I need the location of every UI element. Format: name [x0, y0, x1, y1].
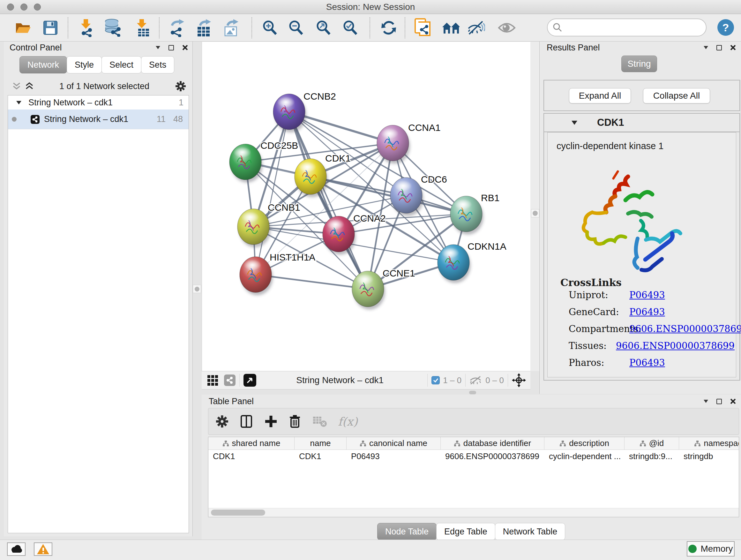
- column-header--id[interactable]: @id: [624, 437, 679, 449]
- table-cell[interactable]: stringdb: [679, 450, 739, 462]
- node-RB1[interactable]: RB1: [450, 192, 499, 235]
- zoom-selected-icon[interactable]: [341, 18, 359, 37]
- left-splitter-handle[interactable]: [193, 285, 201, 293]
- help-button[interactable]: ?: [718, 19, 734, 36]
- collapse-all-chevron-icon[interactable]: [12, 82, 21, 91]
- grid-view-icon[interactable]: [207, 374, 219, 387]
- import-table-file-icon[interactable]: [133, 18, 151, 37]
- crosslink-value-link[interactable]: 9606.ENSP00000378699: [629, 323, 741, 341]
- network-canvas[interactable]: CCNB2CCNA1CDC25BCDK1CDC6RB1CCNB1CCNA2CDK…: [202, 42, 530, 371]
- expand-all-button[interactable]: Expand All: [569, 88, 631, 104]
- selected-checkbox-icon[interactable]: [431, 376, 440, 384]
- collapse-panel-icon[interactable]: [704, 400, 708, 403]
- column-header-shared-name[interactable]: shared name: [208, 437, 294, 449]
- tab-style[interactable]: Style: [67, 56, 102, 73]
- close-window-button[interactable]: [7, 3, 14, 10]
- network-collection-row[interactable]: String Network – cdk1 1: [8, 96, 189, 110]
- tab-string[interactable]: String: [621, 56, 657, 72]
- pan-crosshair-icon[interactable]: [512, 373, 526, 387]
- new-network-from-selection-icon[interactable]: [414, 18, 431, 37]
- table-cell[interactable]: CDK1: [294, 450, 347, 462]
- node-CCNE1[interactable]: CCNE1: [352, 268, 415, 310]
- zoom-in-icon[interactable]: [261, 18, 279, 37]
- table-body: CDK1CDK1P064939606.ENSP00000378699cyclin…: [208, 450, 739, 462]
- memory-button[interactable]: Memory: [687, 541, 735, 557]
- float-panel-icon[interactable]: [717, 399, 722, 404]
- export-table-icon[interactable]: [195, 18, 212, 37]
- vertical-splitter-handle[interactable]: [531, 209, 539, 217]
- table-cell[interactable]: P06493: [347, 450, 441, 462]
- delete-trash-icon[interactable]: [289, 415, 301, 428]
- export-image-icon[interactable]: [222, 18, 240, 37]
- column-header-namespace[interactable]: namespace: [679, 437, 739, 449]
- tab-network-table[interactable]: Network Table: [495, 523, 565, 540]
- export-network-icon[interactable]: [167, 18, 185, 37]
- zoom-fit-content-icon[interactable]: [315, 18, 333, 37]
- column-header-description[interactable]: description: [544, 437, 624, 449]
- close-panel-icon[interactable]: [730, 45, 736, 51]
- first-neighbors-icon[interactable]: [442, 18, 460, 37]
- column-header-canonical-name[interactable]: canonical name: [347, 437, 441, 449]
- column-network-icon: [360, 440, 366, 447]
- tab-network[interactable]: Network: [19, 56, 67, 73]
- result-entry-header[interactable]: CDK1: [544, 114, 739, 132]
- search-input[interactable]: [562, 23, 699, 33]
- column-header-database-identifier[interactable]: database identifier: [441, 437, 544, 449]
- crosslink-value-link[interactable]: 9606.ENSP00000378699: [616, 340, 735, 358]
- vertical-splitter[interactable]: [530, 42, 540, 371]
- delete-table-icon[interactable]: [313, 415, 327, 428]
- collapse-panel-icon[interactable]: [156, 46, 160, 49]
- hidden-eye-icon[interactable]: [469, 375, 482, 385]
- table-row[interactable]: CDK1CDK1P064939606.ENSP00000378699cyclin…: [208, 450, 739, 462]
- collapse-panel-icon[interactable]: [704, 46, 708, 49]
- close-panel-icon[interactable]: [730, 398, 736, 404]
- maximize-window-button[interactable]: [34, 3, 41, 10]
- tab-select[interactable]: Select: [102, 56, 141, 73]
- collection-expand-icon[interactable]: [16, 101, 21, 105]
- scrollbar-thumb[interactable]: [211, 509, 265, 516]
- import-network-database-icon[interactable]: [105, 18, 123, 37]
- node-HIST1H1A[interactable]: HIST1H1A: [240, 252, 315, 295]
- close-panel-icon[interactable]: [182, 45, 188, 51]
- table-horizontal-scrollbar[interactable]: [208, 508, 739, 517]
- network-share-view-icon[interactable]: [224, 374, 235, 386]
- table-cell[interactable]: cyclin-dependent ...: [544, 450, 624, 462]
- refresh-icon[interactable]: [380, 18, 398, 37]
- crosslink-value-link[interactable]: P06493: [629, 307, 665, 324]
- crosslink-value-link[interactable]: P06493: [629, 357, 665, 374]
- node-CDKN1A[interactable]: CDKN1A: [437, 241, 507, 283]
- table-options-gear-icon[interactable]: [215, 415, 229, 428]
- crosslink-value-link[interactable]: P06493: [629, 290, 665, 307]
- add-column-plus-icon[interactable]: [265, 415, 277, 428]
- expand-all-chevron-icon[interactable]: [25, 82, 34, 91]
- import-network-file-icon[interactable]: [77, 18, 95, 37]
- open-session-icon[interactable]: [14, 18, 32, 37]
- table-cell[interactable]: CDK1: [208, 450, 294, 462]
- tab-sets[interactable]: Sets: [141, 56, 174, 73]
- float-panel-icon[interactable]: [717, 45, 722, 51]
- warnings-button[interactable]: [34, 543, 52, 556]
- zoom-out-icon[interactable]: [287, 18, 305, 37]
- network-row[interactable]: String Network – cdk1 11 48: [8, 110, 189, 129]
- node-CDK1[interactable]: CDK1: [294, 153, 351, 197]
- toolbar-separator: [159, 17, 159, 38]
- column-header-name[interactable]: name: [294, 437, 347, 449]
- table-cell[interactable]: 9606.ENSP00000378699: [441, 450, 544, 462]
- network-options-gear-icon[interactable]: [175, 80, 186, 92]
- minimize-window-button[interactable]: [20, 3, 27, 10]
- cloud-button[interactable]: [7, 543, 25, 556]
- show-columns-icon[interactable]: [240, 415, 253, 428]
- detach-view-icon[interactable]: [244, 374, 256, 387]
- table-cell[interactable]: stringdb:9...: [624, 450, 679, 462]
- edge-CCNB2-HIST1H1A[interactable]: [256, 112, 289, 274]
- show-graphics-details-eye-icon[interactable]: [498, 18, 516, 37]
- float-panel-icon[interactable]: [169, 45, 174, 51]
- collapse-all-button[interactable]: Collapse All: [643, 88, 710, 104]
- horizontal-splitter-handle[interactable]: [469, 391, 476, 394]
- hide-selection-eye-icon[interactable]: [467, 18, 485, 37]
- entry-collapse-icon[interactable]: [571, 121, 577, 125]
- save-session-icon[interactable]: [42, 18, 59, 37]
- tab-node-table[interactable]: Node Table: [377, 523, 436, 540]
- node-CDC6[interactable]: CDC6: [390, 174, 447, 216]
- tab-edge-table[interactable]: Edge Table: [436, 523, 495, 540]
